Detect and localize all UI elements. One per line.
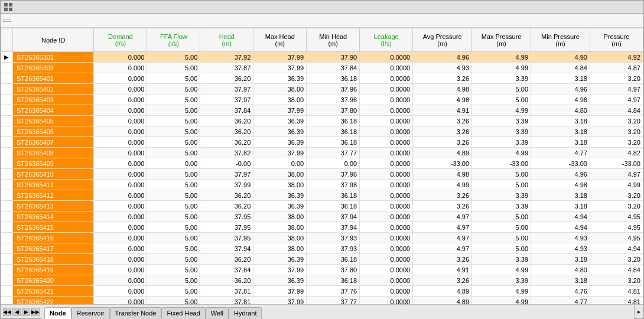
cell-max_pressure: 5.00 bbox=[472, 169, 531, 180]
cell-min_head: 37.94 bbox=[307, 222, 360, 233]
col-header-pressure[interactable]: Pressure(m) bbox=[590, 28, 643, 52]
cell-max_head: 38.00 bbox=[253, 180, 307, 190]
tab-node[interactable]: Node bbox=[44, 307, 71, 319]
cell-min_pressure: 4.96 bbox=[531, 95, 590, 105]
table-row[interactable]: ST263654010.0005.0036.2036.3936.180.0000… bbox=[1, 73, 643, 84]
cell-leakage: 0.0000 bbox=[360, 180, 413, 190]
table-row[interactable]: ST263654120.0005.0036.2036.3936.180.0000… bbox=[1, 190, 643, 201]
cell-demand: 0.000 bbox=[94, 222, 147, 233]
cell-ffa_flow: 5.00 bbox=[147, 233, 200, 243]
cell-pressure: 3.20 bbox=[590, 254, 643, 265]
cell-leakage: 0.0000 bbox=[360, 158, 413, 169]
col-header-max_head[interactable]: Max Head(m) bbox=[253, 28, 307, 52]
scroll-right-button[interactable]: ▸ bbox=[634, 305, 643, 318]
cell-pressure: 4.95 bbox=[590, 233, 643, 243]
table-row[interactable]: ST263654190.0005.0037.8437.9937.800.0000… bbox=[1, 265, 643, 275]
cell-pressure: 3.20 bbox=[590, 126, 643, 137]
col-header-demand[interactable]: Demand(l/s) bbox=[94, 28, 147, 52]
tab-hydrant[interactable]: Hydrant bbox=[229, 307, 262, 319]
nav-prev-button[interactable]: ◀ bbox=[12, 308, 21, 316]
table-row[interactable]: ST263653030.0005.0037.8737.9937.840.0000… bbox=[1, 63, 643, 73]
tab-reservoir[interactable]: Reservoir bbox=[71, 307, 110, 319]
cell-min_head: 36.18 bbox=[307, 126, 360, 137]
cell-max_head: 38.00 bbox=[253, 222, 307, 233]
cell-pressure: 4.97 bbox=[590, 169, 643, 180]
row-arrow bbox=[1, 233, 13, 243]
cell-ffa_flow: 5.00 bbox=[147, 211, 200, 222]
tab-transfer-node[interactable]: Transfer Node bbox=[110, 307, 162, 319]
cell-avg_pressure: 4.97 bbox=[413, 243, 472, 254]
cell-leakage: 0.0000 bbox=[360, 116, 413, 126]
cell-demand: 0.000 bbox=[94, 211, 147, 222]
cell-ffa_flow: 5.00 bbox=[147, 95, 200, 105]
cell-demand: 0.000 bbox=[94, 63, 147, 73]
cell-max_head: 36.39 bbox=[253, 73, 307, 84]
col-header-leakage[interactable]: Leakage(l/s) bbox=[360, 28, 413, 52]
cell-min_pressure: -33.00 bbox=[531, 158, 590, 169]
nav-first-button[interactable]: ◀◀ bbox=[3, 308, 11, 316]
table-row[interactable]: ST263654220.0005.0037.8137.9937.770.0000… bbox=[1, 297, 643, 305]
cell-leakage: 0.0000 bbox=[360, 201, 413, 211]
table-row[interactable]: ST263654050.0005.0036.2036.3936.180.0000… bbox=[1, 116, 643, 126]
cell-min_head: 37.93 bbox=[307, 233, 360, 243]
cell-demand: 0.000 bbox=[94, 233, 147, 243]
cell-min_pressure: 4.94 bbox=[531, 222, 590, 233]
tab-well[interactable]: Well bbox=[206, 307, 229, 319]
col-header-max_pressure[interactable]: Max Pressure(m) bbox=[472, 28, 531, 52]
table-row[interactable]: ST263654040.0005.0037.8437.9937.800.0000… bbox=[1, 105, 643, 116]
table-row[interactable]: ST263654100.0005.0037.9738.0037.960.0000… bbox=[1, 169, 643, 180]
col-header-node_id[interactable]: Node ID bbox=[12, 28, 93, 52]
row-arrow bbox=[1, 63, 13, 73]
toolbar bbox=[1, 14, 643, 28]
cell-avg_pressure: 4.97 bbox=[413, 222, 472, 233]
table-row[interactable]: ST263654030.0005.0037.9738.0037.960.0000… bbox=[1, 95, 643, 105]
table-row[interactable]: ST263654170.0005.0037.9438.0037.930.0000… bbox=[1, 243, 643, 254]
table-row[interactable]: ST263654020.0005.0037.9738.0037.960.0000… bbox=[1, 84, 643, 95]
table-row[interactable]: ST263654160.0005.0037.9538.0037.930.0000… bbox=[1, 233, 643, 243]
cell-leakage: 0.0000 bbox=[360, 297, 413, 305]
cell-head: 36.20 bbox=[200, 73, 253, 84]
cell-demand: 0.000 bbox=[94, 116, 147, 126]
cell-node_id: ST26365408 bbox=[12, 148, 93, 158]
cell-head: 37.95 bbox=[200, 233, 253, 243]
cell-head: 37.97 bbox=[200, 95, 253, 105]
table-container[interactable]: Node IDDemand(l/s)FFA Flow(l/s)Head(m)Ma… bbox=[1, 28, 643, 304]
cell-min_pressure: 3.18 bbox=[531, 275, 590, 286]
cell-ffa_flow: 5.00 bbox=[147, 180, 200, 190]
col-header-min_pressure[interactable]: Min Pressure(m) bbox=[531, 28, 590, 52]
cell-leakage: 0.0000 bbox=[360, 222, 413, 233]
nav-last-button[interactable]: ▶▶ bbox=[31, 308, 40, 316]
cell-pressure: 3.20 bbox=[590, 137, 643, 148]
table-row[interactable]: ST263654110.0005.0037.9938.0037.980.0000… bbox=[1, 180, 643, 190]
table-row[interactable]: ▶ST263653010.0005.0037.9237.9937.900.000… bbox=[1, 52, 643, 63]
table-row[interactable]: ST263654090.0000.00-0.000.000.000.0000-3… bbox=[1, 158, 643, 169]
table-row[interactable]: ST263654080.0005.0037.8237.9937.770.0000… bbox=[1, 148, 643, 158]
table-row[interactable]: ST263654180.0005.0036.2036.3936.180.0000… bbox=[1, 254, 643, 265]
col-header-min_head[interactable]: Min Head(m) bbox=[307, 28, 360, 52]
table-row[interactable]: ST263654140.0005.0037.9538.0037.940.0000… bbox=[1, 211, 643, 222]
cell-min_head: 37.90 bbox=[307, 52, 360, 63]
cell-max_head: 36.39 bbox=[253, 126, 307, 137]
cell-ffa_flow: 5.00 bbox=[147, 190, 200, 201]
table-row[interactable]: ST263654150.0005.0037.9538.0037.940.0000… bbox=[1, 222, 643, 233]
nav-next-button[interactable]: ▶ bbox=[22, 308, 30, 316]
table-row[interactable]: ST263654060.0005.0036.2036.3936.180.0000… bbox=[1, 126, 643, 137]
col-header-avg_pressure[interactable]: Avg Pressure(m) bbox=[413, 28, 472, 52]
cell-node_id: ST26365404 bbox=[12, 105, 93, 116]
tab-fixed-head[interactable]: Fixed Head bbox=[161, 307, 205, 319]
col-header-ffa_flow[interactable]: FFA Flow(l/s) bbox=[147, 28, 200, 52]
table-row[interactable]: ST263654130.0005.0036.2036.3936.180.0000… bbox=[1, 201, 643, 211]
table-row[interactable]: ST263654070.0005.0036.2036.3936.180.0000… bbox=[1, 137, 643, 148]
table-row[interactable]: ST263654200.0005.0036.2036.3936.180.0000… bbox=[1, 275, 643, 286]
cell-min_pressure: 4.93 bbox=[531, 243, 590, 254]
col-header-head[interactable]: Head(m) bbox=[200, 28, 253, 52]
cell-head: 37.84 bbox=[200, 105, 253, 116]
cell-ffa_flow: 5.00 bbox=[147, 52, 200, 63]
cell-ffa_flow: 5.00 bbox=[147, 116, 200, 126]
cell-leakage: 0.0000 bbox=[360, 169, 413, 180]
cell-ffa_flow: 5.00 bbox=[147, 137, 200, 148]
cell-ffa_flow: 5.00 bbox=[147, 126, 200, 137]
cell-leakage: 0.0000 bbox=[360, 95, 413, 105]
table-row[interactable]: ST263654210.0005.0037.8137.9937.760.0000… bbox=[1, 286, 643, 297]
cell-min_head: 37.76 bbox=[307, 286, 360, 297]
